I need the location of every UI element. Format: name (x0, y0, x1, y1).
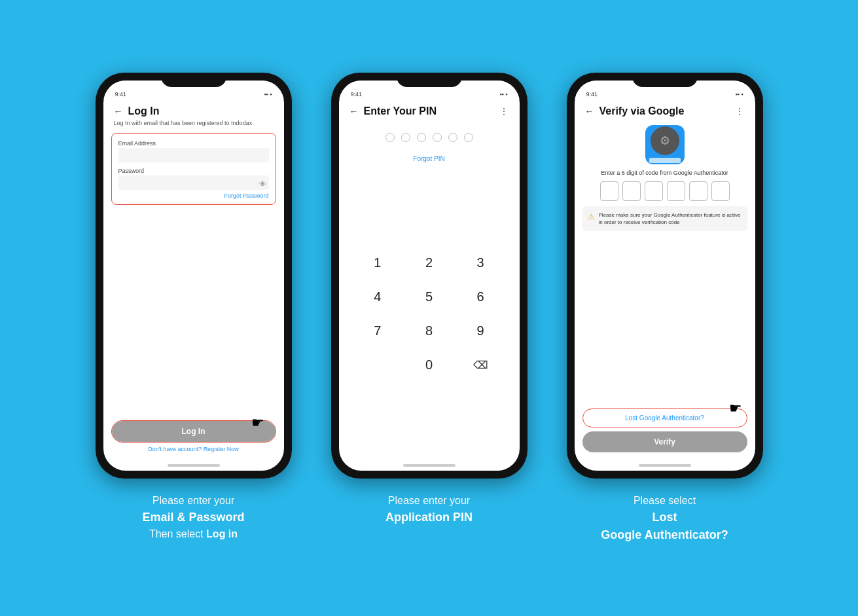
ga-icon-container: ⚙ (645, 125, 685, 164)
phone-section-pin: 9:41 ▪▪ ▪ ← Enter Your PIN ⋮ (331, 73, 527, 526)
ga-caption-line3: Google Authenticator? (601, 526, 728, 544)
pin-dot-1 (385, 133, 395, 142)
phone-login: 9:41 ▪▪ ▪ ← Log In Log In with email tha… (96, 73, 292, 479)
numpad-row-2: 4 5 6 (352, 280, 507, 314)
login-caption-highlight: Log in (206, 528, 238, 539)
status-time-2: 9:41 (351, 91, 363, 98)
password-input[interactable] (118, 175, 269, 190)
pin-caption-line1: Please enter your (385, 493, 473, 509)
three-dots-pin[interactable]: ⋮ (499, 106, 509, 117)
phone-notch-1 (161, 73, 226, 87)
status-icons-3: ▪▪ ▪ (735, 91, 743, 98)
pin-dot-3 (417, 133, 426, 142)
google-auth-icon: ⚙ (645, 125, 685, 164)
pin-title: Enter Your PIN (364, 105, 437, 117)
eye-icon[interactable]: 👁 (259, 180, 266, 188)
forgot-pin-link[interactable]: Forgot PIN (339, 155, 520, 162)
back-arrow-login[interactable]: ← (114, 106, 123, 117)
phone-notch-2 (397, 73, 462, 87)
ga-subtitle: Enter a 6 digit of code from Google Auth… (575, 170, 755, 181)
ga-icon-bar (649, 158, 681, 163)
status-icons-1: ▪▪ ▪ (264, 91, 272, 98)
code-box-1[interactable] (600, 181, 618, 201)
ga-bottom: Lost Google Authenticator? Verify (575, 406, 755, 462)
home-indicator-3 (639, 464, 691, 467)
login-screen: ← Log In Log In with email that has been… (103, 99, 284, 471)
home-indicator-2 (403, 464, 456, 467)
lost-google-auth-button[interactable]: Lost Google Authenticator? (583, 409, 747, 427)
email-label: Email Address (118, 140, 269, 147)
numpad-row-4: 0 ⌫ (352, 348, 507, 382)
ga-title: Verify via Google (599, 105, 685, 117)
email-input[interactable] (118, 148, 269, 162)
numpad-key-4[interactable]: 4 (361, 285, 394, 308)
pin-dots-row (339, 120, 520, 149)
phone-section-login: 9:41 ▪▪ ▪ ← Log In Log In with email tha… (96, 73, 292, 542)
numpad: 1 2 3 4 5 6 7 8 9 (339, 166, 520, 462)
numpad-key-3[interactable]: 3 (464, 251, 497, 274)
login-caption-line3-text: Then select (149, 528, 204, 539)
login-header: ← Log In (103, 99, 284, 120)
warning-icon: ⚠ (588, 212, 595, 221)
home-indicator-1 (168, 464, 220, 467)
login-form-box: Email Address Password 👁 Forgot Password (111, 133, 276, 205)
numpad-key-6[interactable]: 6 (464, 285, 497, 308)
phone-inner-3: 9:41 ▪▪ ▪ ← Verify via Google ⋮ (575, 81, 755, 471)
register-text: Don't have account? (148, 446, 203, 452)
code-boxes-row (575, 181, 755, 206)
login-bottom: Log In Don't have account? Register Now (103, 415, 284, 462)
password-row: 👁 (118, 175, 269, 190)
phone-ga: 9:41 ▪▪ ▪ ← Verify via Google ⋮ (567, 73, 763, 479)
numpad-row-1: 1 2 3 (352, 245, 507, 280)
numpad-key-2[interactable]: 2 (412, 251, 445, 274)
ga-caption-line2-text: Lost (652, 511, 677, 524)
status-time-1: 9:41 (115, 91, 127, 98)
ga-screen: ← Verify via Google ⋮ ⚙ (575, 99, 755, 471)
code-box-3[interactable] (645, 181, 663, 201)
code-box-6[interactable] (711, 181, 730, 201)
code-box-5[interactable] (689, 181, 707, 201)
status-time-3: 9:41 (586, 91, 598, 98)
phone-section-ga: 9:41 ▪▪ ▪ ← Verify via Google ⋮ (567, 73, 763, 544)
login-button[interactable]: Log In (112, 421, 276, 442)
ga-icon-inner: ⚙ (651, 126, 679, 155)
ga-caption-line3-text: Google Authenticator? (601, 528, 728, 541)
login-caption-line2: Email & Password (142, 509, 244, 526)
phone-pin: 9:41 ▪▪ ▪ ← Enter Your PIN ⋮ (331, 73, 527, 479)
three-dots-ga[interactable]: ⋮ (735, 106, 745, 117)
numpad-key-0[interactable]: 0 (412, 353, 445, 376)
register-link: Don't have account? Register Now (111, 446, 276, 452)
pin-dot-6 (464, 133, 473, 142)
pin-header: ← Enter Your PIN ⋮ (339, 99, 520, 120)
register-link-text[interactable]: Register Now (204, 446, 239, 452)
login-caption-line1: Please enter your (142, 493, 244, 509)
numpad-key-8[interactable]: 8 (412, 319, 445, 342)
login-title: Log In (128, 105, 160, 117)
numpad-key-backspace[interactable]: ⌫ (464, 353, 497, 376)
numpad-key-9[interactable]: 9 (464, 319, 497, 342)
lost-btn-wrap: Lost Google Authenticator? (582, 408, 747, 427)
phone-notch-3 (632, 73, 698, 87)
pin-screen: ← Enter Your PIN ⋮ Forgot PIN (339, 99, 520, 471)
numpad-key-1[interactable]: 1 (361, 251, 394, 274)
login-caption-line3: Then select Log in (142, 526, 244, 542)
pin-dot-4 (433, 133, 442, 142)
numpad-key-7[interactable]: 7 (361, 319, 394, 342)
ga-caption-line1: Please select (601, 493, 728, 509)
status-icons-2: ▪▪ ▪ (499, 91, 507, 98)
numpad-row-3: 7 8 9 (352, 314, 507, 348)
back-arrow-ga[interactable]: ← (585, 106, 594, 117)
login-caption: Please enter your Email & Password Then … (142, 493, 244, 542)
forgot-password-link[interactable]: Forgot Password (118, 192, 269, 199)
numpad-key-5[interactable]: 5 (412, 285, 445, 308)
phone-inner-2: 9:41 ▪▪ ▪ ← Enter Your PIN ⋮ (339, 81, 520, 471)
pin-title-row: ← Enter Your PIN (349, 105, 437, 117)
back-arrow-pin[interactable]: ← (349, 106, 359, 117)
page-container: 9:41 ▪▪ ▪ ← Log In Log In with email tha… (26, 73, 832, 544)
verify-button[interactable]: Verify (582, 431, 747, 452)
code-box-4[interactable] (667, 181, 685, 201)
login-subtitle: Log In with email that has been register… (103, 120, 284, 133)
pin-caption: Please enter your Application PIN (385, 493, 473, 526)
code-box-2[interactable] (622, 181, 641, 201)
pin-caption-line2: Application PIN (385, 509, 473, 526)
